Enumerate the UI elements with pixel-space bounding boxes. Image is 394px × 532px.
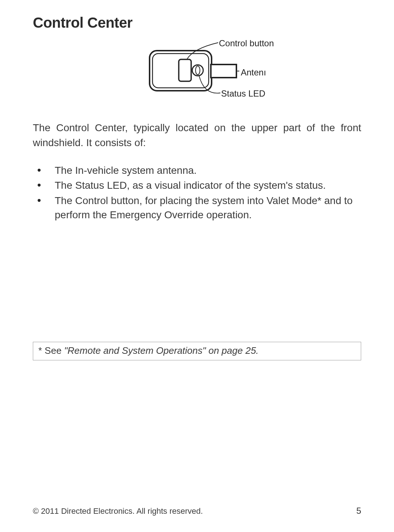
control-center-illustration: [80, 41, 314, 103]
page-footer: © 2011 Directed Electronics. All rights …: [33, 506, 361, 516]
diagram-label-control-button: Control button: [219, 38, 274, 48]
intro-paragraph: The Control Center, typically located on…: [33, 121, 361, 150]
footnote-box: * See "Remote and System Operations" on …: [33, 342, 361, 360]
footnote-prefix: * See: [38, 345, 64, 356]
list-item: The In-vehicle system antenna.: [34, 163, 361, 177]
feature-list: The In-vehicle system antenna. The Statu…: [33, 163, 361, 222]
page-number: 5: [356, 506, 361, 516]
diagram-label-status-led: Status LED: [221, 89, 265, 99]
page-heading: Control Center: [33, 15, 361, 31]
copyright-text: © 2011 Directed Electronics. All rights …: [33, 506, 203, 516]
svg-point-4: [192, 65, 203, 76]
control-center-diagram: Control button Antenı Status LED: [80, 41, 314, 103]
list-item: The Control button, for placing the syst…: [34, 193, 361, 222]
svg-rect-2: [211, 64, 236, 78]
diagram-container: Control button Antenı Status LED: [33, 41, 361, 103]
svg-rect-3: [179, 59, 191, 81]
diagram-label-antenna: Antenı: [241, 67, 266, 78]
footnote-reference: "Remote and System Operations" on page 2…: [64, 345, 259, 356]
list-item: The Status LED, as a visual indicator of…: [34, 178, 361, 192]
